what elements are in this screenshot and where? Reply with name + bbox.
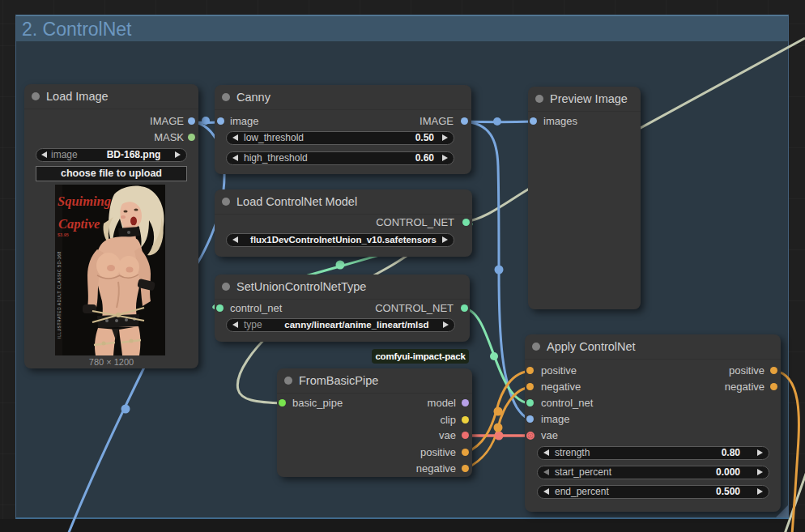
svg-text:ILLUSTRATED ADULT CLASSIC BD-1: ILLUSTRATED ADULT CLASSIC BD-168 [57,251,62,338]
svg-text:$3.95: $3.95 [58,232,69,237]
svg-text:Captive: Captive [58,216,100,232]
svg-text:Squiming: Squiming [58,194,111,209]
